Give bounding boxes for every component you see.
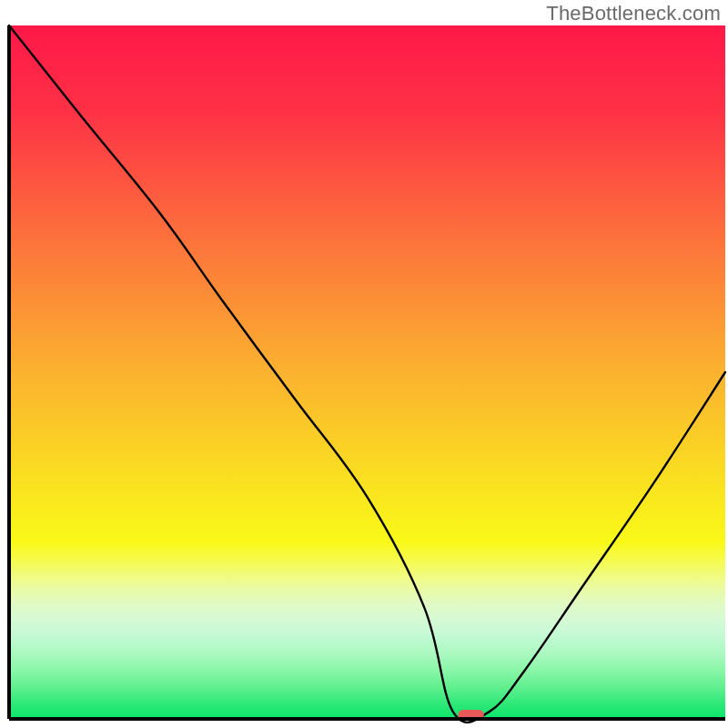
svg-rect-0 (9, 25, 725, 719)
plot-background (9, 25, 725, 719)
bottleneck-chart: TheBottleneck.com (0, 0, 728, 728)
chart-svg (0, 0, 728, 728)
watermark-text: TheBottleneck.com (546, 2, 721, 25)
